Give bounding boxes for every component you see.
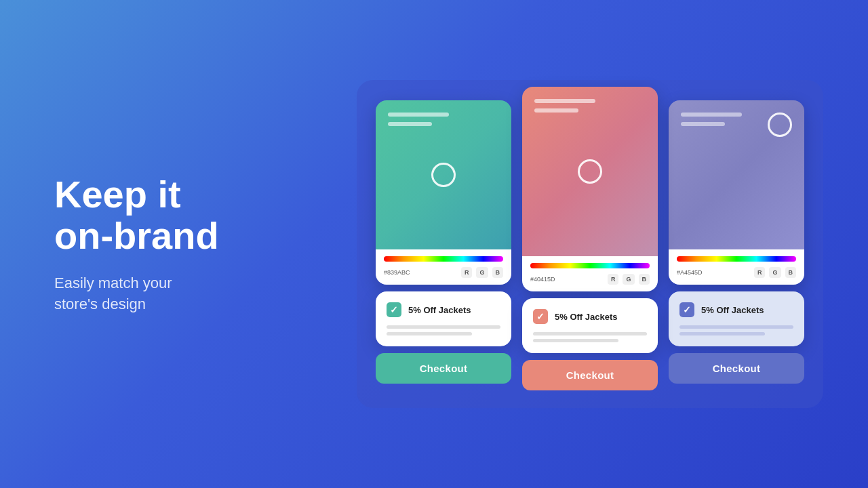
circle-icon-pink bbox=[578, 159, 602, 184]
g-label: G bbox=[769, 267, 781, 278]
coupon-lines-blue bbox=[679, 325, 793, 336]
coupon-label-blue: 5% Off Jackets bbox=[701, 305, 764, 315]
coupon-line bbox=[533, 339, 618, 342]
color-card-green: #839ABC R G B bbox=[376, 100, 511, 285]
subheadline-line1: Easily match your bbox=[54, 274, 172, 291]
color-picker-bottom-pink: #40415D R G B bbox=[522, 256, 658, 291]
coupon-line bbox=[387, 332, 472, 336]
rgb-row-green: #839ABC R G B bbox=[384, 267, 503, 278]
preview-line bbox=[681, 122, 725, 126]
color-preview-pink bbox=[522, 87, 658, 256]
card-blue: #A4545D R G B ✓ 5% Off Jackets bbox=[669, 100, 804, 384]
rgb-row-pink: #40415D R G B bbox=[530, 274, 650, 285]
checkbox-green: ✓ bbox=[387, 302, 401, 317]
headline-line2: on-brand bbox=[54, 214, 219, 257]
checkout-button-green[interactable]: Checkout bbox=[376, 353, 511, 384]
circle-icon-green bbox=[431, 163, 456, 187]
subheadline-line2: store's design bbox=[54, 296, 146, 312]
rainbow-bar-green bbox=[384, 256, 503, 262]
coupon-card-pink: ✓ 5% Off Jackets bbox=[522, 298, 658, 353]
color-card-blue: #A4545D R G B bbox=[669, 100, 804, 285]
coupon-label-green: 5% Off Jackets bbox=[408, 305, 471, 315]
coupon-card-green: ✓ 5% Off Jackets bbox=[376, 291, 511, 346]
checkout-button-pink[interactable]: Checkout bbox=[522, 360, 658, 390]
coupon-line bbox=[387, 325, 500, 329]
headline-line1: Keep it bbox=[54, 173, 181, 216]
subheadline: Easily match your store's design bbox=[54, 273, 271, 315]
r-label: R bbox=[461, 267, 473, 278]
coupon-line bbox=[533, 332, 647, 336]
right-section: #839ABC R G B ✓ 5% Off Jackets bbox=[312, 80, 868, 408]
color-card-pink: #40415D R G B bbox=[522, 87, 658, 291]
preview-line bbox=[388, 122, 432, 126]
left-section: Keep it on-brand Easily match your store… bbox=[0, 133, 312, 356]
color-picker-bottom-blue: #A4545D R G B bbox=[669, 249, 804, 285]
b-label: B bbox=[785, 267, 797, 278]
coupon-line bbox=[679, 325, 793, 329]
r-label: R bbox=[608, 274, 619, 285]
coupon-row-blue: ✓ 5% Off Jackets bbox=[679, 302, 793, 317]
preview-line bbox=[388, 113, 449, 117]
checkbox-blue: ✓ bbox=[679, 302, 694, 317]
checkmark-blue: ✓ bbox=[683, 304, 691, 315]
rainbow-bar-pink bbox=[530, 263, 650, 268]
preview-lines-pink bbox=[534, 99, 595, 113]
coupon-row-green: ✓ 5% Off Jackets bbox=[387, 302, 500, 317]
preview-lines-green bbox=[388, 113, 449, 126]
card-pink: #40415D R G B ✓ 5% Off Jackets bbox=[522, 87, 658, 390]
g-label: G bbox=[476, 267, 488, 278]
coupon-line bbox=[679, 332, 765, 336]
b-label: B bbox=[492, 267, 504, 278]
card-green: #839ABC R G B ✓ 5% Off Jackets bbox=[376, 100, 511, 384]
coupon-label-pink: 5% Off Jackets bbox=[555, 312, 618, 322]
hex-value-green: #839ABC bbox=[384, 269, 457, 276]
preview-line bbox=[681, 113, 742, 117]
coupon-lines-pink bbox=[533, 332, 647, 342]
checkout-button-blue[interactable]: Checkout bbox=[669, 353, 804, 384]
rgb-row-blue: #A4545D R G B bbox=[677, 267, 796, 278]
color-preview-blue bbox=[669, 100, 804, 249]
preview-line bbox=[534, 99, 595, 103]
b-label: B bbox=[639, 274, 650, 285]
coupon-lines-green bbox=[387, 325, 500, 336]
g-label: G bbox=[623, 274, 634, 285]
headline: Keep it on-brand bbox=[54, 174, 271, 257]
color-picker-bottom-green: #839ABC R G B bbox=[376, 249, 511, 285]
preview-lines-blue bbox=[681, 113, 742, 126]
coupon-row-pink: ✓ 5% Off Jackets bbox=[533, 309, 647, 324]
preview-line bbox=[534, 108, 578, 113]
cards-container: #839ABC R G B ✓ 5% Off Jackets bbox=[357, 80, 823, 408]
checkmark-green: ✓ bbox=[390, 304, 398, 315]
rainbow-bar-blue bbox=[677, 256, 796, 262]
checkbox-pink: ✓ bbox=[533, 309, 548, 324]
circle-icon-blue bbox=[768, 113, 792, 137]
hex-value-pink: #40415D bbox=[530, 276, 604, 283]
checkmark-pink: ✓ bbox=[536, 311, 545, 322]
coupon-card-blue: ✓ 5% Off Jackets bbox=[669, 291, 804, 346]
hex-value-blue: #A4545D bbox=[677, 269, 750, 276]
color-preview-green bbox=[376, 100, 511, 249]
r-label: R bbox=[754, 267, 766, 278]
